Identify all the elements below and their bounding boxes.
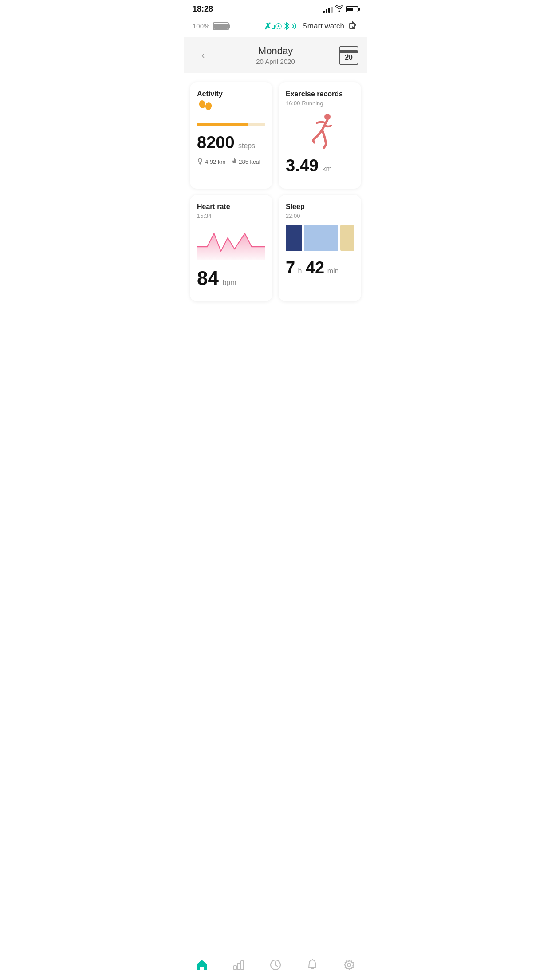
svg-text:ⅎ⦿: ⅎ⦿ — [272, 23, 282, 30]
battery-status-icon — [346, 6, 358, 12]
heart-rate-title: Heart rate — [197, 203, 265, 211]
exercise-distance-unit: km — [322, 165, 331, 173]
full-date: 20 April 2020 — [213, 58, 337, 65]
svg-point-2 — [199, 100, 206, 109]
day-name: Monday — [213, 45, 337, 57]
calories-value: 285 kcal — [239, 158, 260, 165]
flame-icon — [232, 158, 237, 166]
status-bar: 18:28 — [184, 0, 367, 16]
status-time: 18:28 — [193, 4, 213, 14]
bt-signal-waves — [292, 22, 298, 30]
sleep-minutes-unit: min — [327, 267, 339, 275]
steps-unit: steps — [238, 142, 255, 150]
bpm-display: 84 bpm — [197, 267, 265, 289]
share-icon[interactable] — [349, 20, 358, 32]
light-sleep-bar — [304, 225, 338, 251]
exercise-card[interactable]: Exercise records 16:00 Running 3.49 km — [279, 82, 361, 189]
location-icon — [197, 158, 203, 166]
sleep-hours-unit: h — [298, 267, 302, 275]
device-bar: 100% ✗ ⅎ⦿ Smart watch — [184, 16, 367, 37]
device-battery-icon — [213, 22, 229, 30]
deep-sleep-bar — [286, 225, 302, 251]
steps-display: 8200 steps — [197, 133, 265, 152]
device-battery: 100% — [193, 22, 229, 30]
calories-meta: 285 kcal — [232, 158, 260, 166]
sleep-subtitle: 22:00 — [286, 213, 354, 219]
date-navigation: ‹ Monday 20 April 2020 › 20 — [184, 37, 367, 73]
progress-fill — [197, 122, 248, 126]
sleep-minutes-value: 42 — [306, 258, 324, 277]
footsteps-icon — [197, 100, 265, 119]
signal-icon — [323, 6, 333, 13]
steps-value: 8200 — [197, 133, 235, 152]
exercise-title: Exercise records — [286, 90, 354, 98]
rem-sleep-bar — [340, 225, 354, 251]
device-right: ✗ ⅎ⦿ Smart watch — [264, 20, 358, 32]
device-name: Smart watch — [303, 22, 344, 31]
activity-progress-bar — [197, 122, 265, 126]
bpm-unit: bpm — [222, 279, 236, 286]
prev-day-button[interactable]: ‹ — [193, 50, 213, 61]
activity-title: Activity — [197, 90, 265, 98]
heart-rate-chart — [197, 225, 265, 260]
distance-meta: 4.92 km — [197, 158, 225, 166]
bluetooth-icon: ✗ ⅎ⦿ — [264, 21, 298, 32]
distance-value: 4.92 km — [205, 158, 225, 165]
runner-figure — [286, 112, 354, 152]
svg-point-4 — [198, 158, 202, 162]
bpm-value: 84 — [197, 267, 219, 289]
heart-rate-subtitle: 15:34 — [197, 213, 265, 219]
calendar-button[interactable]: 20 — [339, 46, 358, 65]
exercise-subtitle: 16:00 Running — [286, 100, 354, 107]
sleep-title: Sleep — [286, 203, 354, 211]
exercise-distance-display: 3.49 km — [286, 156, 354, 175]
date-display: Monday 20 April 2020 — [213, 45, 337, 65]
bluetooth-symbol — [283, 21, 290, 31]
wifi-icon — [335, 5, 343, 13]
exercise-distance-value: 3.49 — [286, 156, 319, 175]
activity-card[interactable]: Activity 8200 steps 4.92 km — [190, 82, 272, 189]
sleep-chart — [286, 225, 354, 251]
status-icons — [323, 5, 358, 13]
device-battery-percent: 100% — [193, 22, 209, 30]
sleep-duration-display: 7 h 42 min — [286, 258, 354, 277]
activity-meta: 4.92 km 285 kcal — [197, 158, 265, 166]
heart-rate-card[interactable]: Heart rate 15:34 84 bpm — [190, 195, 272, 301]
cards-grid: Activity 8200 steps 4.92 km — [184, 73, 367, 310]
sleep-hours-value: 7 — [286, 258, 295, 277]
svg-point-3 — [205, 102, 213, 111]
sleep-card[interactable]: Sleep 22:00 7 h 42 min — [279, 195, 361, 301]
